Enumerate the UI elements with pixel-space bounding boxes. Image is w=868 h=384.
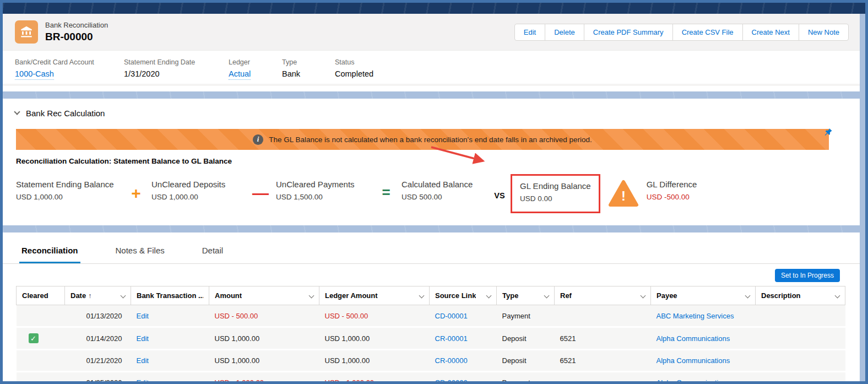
cleared-checkbox-checked[interactable]: ✓ (29, 333, 39, 343)
chevron-down-icon[interactable] (486, 293, 492, 299)
field-label-type: Type (282, 58, 329, 66)
description-cell (756, 372, 845, 384)
equals-operator-icon: = (371, 185, 402, 199)
column-header-amount[interactable]: Amount (209, 286, 319, 305)
type-cell: Payment (497, 372, 555, 384)
edit-link-cell[interactable]: Edit (131, 350, 209, 372)
edit-link: Edit (137, 312, 149, 320)
payee-cell[interactable]: ABC Marketing Services (651, 305, 756, 327)
chevron-down-icon[interactable] (544, 293, 550, 299)
edit-link-cell[interactable]: Edit (131, 372, 209, 384)
cleared-cell (17, 305, 65, 327)
tab-bar: Reconciliation Notes & Files Detail (3, 232, 860, 264)
source-record-link: CR-00001 (435, 334, 468, 343)
top-background-strip (3, 3, 865, 14)
source-link-cell[interactable]: CD-00001 (430, 305, 497, 327)
amount-cell: USD 1,000.00 (209, 327, 319, 350)
payee-cell[interactable]: Alpha Communications (651, 372, 756, 384)
column-header-ledger-amount[interactable]: Ledger Amount (319, 286, 430, 305)
tab-notes-and-files[interactable]: Notes & Files (113, 241, 167, 263)
payee-link: Alpha Communications (657, 356, 730, 365)
calc-uncleared-deposits: UnCleared Deposits USD 1,000.00 (151, 180, 245, 201)
column-header-ref[interactable]: Ref (555, 286, 651, 305)
warning-banner-text: The GL Balance is not calculated when a … (269, 136, 592, 144)
vs-label: VS (489, 192, 511, 200)
bank-record-icon (15, 20, 38, 44)
field-label-ledger: Ledger (229, 58, 276, 66)
date-cell: 01/13/2020 (65, 305, 131, 327)
chevron-down-icon[interactable] (641, 293, 646, 299)
payee-link: Alpha Communications (657, 334, 730, 343)
svg-text:!: ! (621, 188, 626, 203)
field-label-statement-ending-date: Statement Ending Date (124, 58, 223, 66)
section-title: Bank Rec Calculation (26, 109, 105, 118)
chevron-down-icon[interactable] (419, 293, 425, 299)
delete-button[interactable]: Delete (545, 24, 584, 41)
column-header-date[interactable]: Date↑ (65, 286, 131, 305)
payee-cell[interactable]: Alpha Communications (651, 350, 756, 372)
table-row: 01/13/2020 Edit USD - 500.00 USD - 500.0… (17, 305, 845, 327)
highlights-panel: Bank/Credit Card Account 1000-Cash State… (3, 51, 860, 84)
app-window: Bank Reconciliation BR-00000 Edit Delete… (0, 0, 868, 384)
tab-reconciliation[interactable]: Reconciliation (19, 241, 80, 263)
set-to-in-progress-button[interactable]: Set to In Progress (775, 269, 840, 282)
sort-ascending-icon: ↑ (88, 292, 91, 300)
ref-cell (555, 372, 651, 384)
chevron-down-icon[interactable] (121, 293, 126, 299)
type-cell: Payment (497, 305, 555, 327)
payee-link: Alpha Communications (657, 378, 730, 384)
source-link-cell[interactable]: CR-00000 (430, 350, 497, 372)
chevron-down-icon[interactable] (835, 293, 840, 299)
tab-detail[interactable]: Detail (200, 241, 225, 263)
column-header-description[interactable]: Description (756, 286, 845, 305)
column-header-payee[interactable]: Payee (651, 286, 756, 305)
field-label-status: Status (335, 58, 373, 66)
ledger-link[interactable]: Actual (229, 69, 276, 78)
column-header-type[interactable]: Type (497, 286, 555, 305)
warning-banner: i The GL Balance is not calculated when … (16, 129, 829, 150)
date-cell: 01/14/2020 (65, 327, 131, 350)
calculation-subtitle: Reconciliation Calculation: Statement Ba… (3, 150, 860, 165)
calc-statement-ending-balance: Statement Ending Balance USD 1,000.00 (16, 180, 121, 201)
amount-cell: USD 1,000.00 (209, 350, 319, 372)
cleared-cell[interactable]: ✓ (17, 327, 65, 350)
statement-ending-date-value: 1/31/2020 (124, 69, 223, 78)
column-header-cleared[interactable]: Cleared (17, 286, 65, 305)
ledger-amount-cell: USD 1,000.00 (319, 350, 430, 372)
table-row: 01/21/2020 Edit USD 1,000.00 USD 1,000.0… (17, 350, 845, 372)
edit-link-cell[interactable]: Edit (131, 305, 209, 327)
bank-building-icon (19, 25, 34, 39)
entity-label: Bank Reconciliation (45, 21, 108, 29)
payee-cell[interactable]: Alpha Communications (651, 327, 756, 350)
record-header-card: Bank Reconciliation BR-00000 Edit Delete… (3, 14, 860, 91)
reconciliation-table: Cleared Date↑ Bank Transaction ... Amoun… (16, 286, 845, 384)
create-pdf-summary-button[interactable]: Create PDF Summary (584, 24, 673, 41)
new-note-button[interactable]: New Note (799, 24, 849, 41)
cleared-cell (17, 350, 65, 372)
date-cell: 01/25/2020 (65, 372, 131, 384)
related-list-card: Reconciliation Notes & Files Detail Set … (3, 232, 860, 384)
amount-cell: USD - 500.00 (209, 305, 319, 327)
bank-account-link[interactable]: 1000-Cash (15, 69, 118, 78)
column-header-source-link[interactable]: Source Link (430, 286, 497, 305)
chevron-down-icon[interactable] (745, 293, 751, 299)
edit-link-cell[interactable]: Edit (131, 327, 209, 350)
type-value: Bank (282, 69, 329, 78)
source-link-cell[interactable]: CD-00000 (430, 372, 497, 384)
source-link-cell[interactable]: CR-00001 (430, 327, 497, 350)
create-csv-file-button[interactable]: Create CSV File (672, 24, 743, 41)
edit-button[interactable]: Edit (514, 24, 545, 41)
chevron-down-icon[interactable] (309, 293, 314, 299)
minus-operator-icon: — (245, 185, 276, 202)
pin-icon[interactable] (823, 127, 833, 139)
chevron-down-icon (14, 109, 20, 115)
edit-link: Edit (137, 334, 149, 343)
section-toggle-bank-rec-calculation[interactable]: Bank Rec Calculation (3, 99, 146, 121)
table-row: ✓ 01/14/2020 Edit USD 1,000.00 USD 1,000… (17, 327, 845, 350)
background-gap (3, 225, 865, 232)
background-gap (3, 91, 865, 99)
column-header-bank-transaction[interactable]: Bank Transaction ... (131, 286, 209, 305)
record-action-buttons: Edit Delete Create PDF Summary Create CS… (515, 24, 849, 41)
create-next-button[interactable]: Create Next (742, 24, 799, 41)
payee-link: ABC Marketing Services (657, 312, 734, 320)
